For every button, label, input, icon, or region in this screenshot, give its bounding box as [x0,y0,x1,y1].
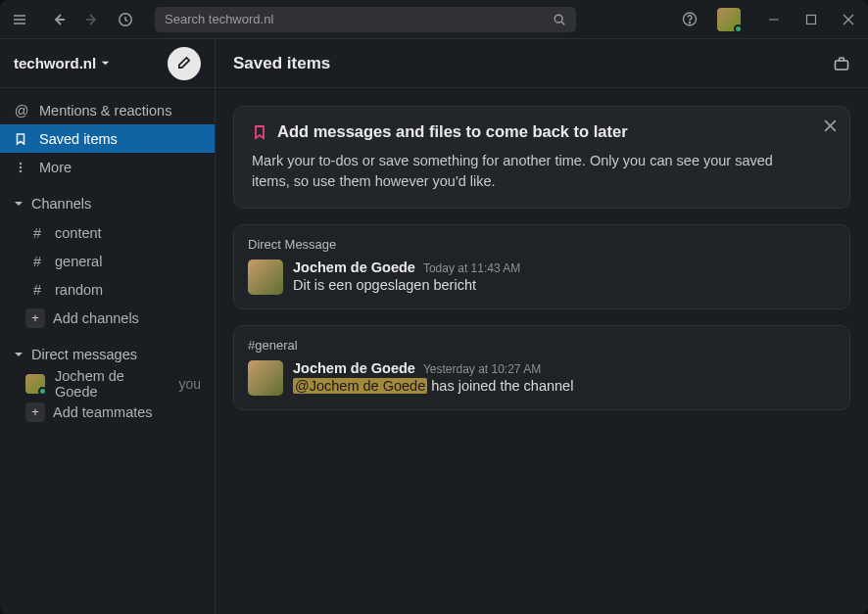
saved-message-card[interactable]: #general Jochem de Goede Yesterday at 10… [233,325,850,410]
search-placeholder: Search techword.nl [165,12,553,26]
main-panel: Saved items Add messages and files to co [216,39,868,614]
channel-item[interactable]: # general [0,247,215,275]
chevron-down-icon [100,58,111,69]
caret-down-icon [14,350,24,359]
caret-down-icon [14,199,24,209]
workspace-name: techword.nl [14,55,111,71]
svg-point-6 [555,15,562,23]
message-author: Jochem de Goede [293,360,415,376]
channel-item[interactable]: # random [0,275,215,304]
section-label: Channels [31,196,91,212]
channel-name: content [55,225,102,241]
window-minimize-button[interactable] [766,12,782,27]
add-channels-button[interactable]: + Add channels [0,304,215,332]
svg-point-15 [20,165,22,167]
compose-button[interactable] [168,47,201,80]
at-icon: @ [14,103,29,118]
hash-icon: # [29,282,45,298]
search-icon [553,13,566,26]
sidebar-section-channels[interactable]: Channels [0,189,215,218]
help-button[interactable] [682,12,698,27]
user-avatar[interactable] [717,8,741,31]
search-input[interactable]: Search techword.nl [155,7,576,32]
info-banner: Add messages and files to come back to l… [233,106,850,209]
plus-icon: + [25,402,45,422]
sidebar-item-label: Mentions & reactions [39,103,171,118]
add-teammates-label: Add teammates [53,404,153,420]
close-icon [823,118,838,133]
header-action-button[interactable] [833,55,850,72]
svg-point-16 [20,169,22,171]
sidebar-item-label: More [39,160,72,175]
presence-indicator [38,387,47,396]
banner-close-button[interactable] [823,118,838,133]
channel-item[interactable]: # content [0,218,215,247]
message-text: Dit is een opgeslagen bericht [293,277,836,293]
channel-name: general [55,254,102,269]
briefcase-icon [833,55,850,72]
svg-rect-17 [836,61,848,70]
page-title: Saved items [233,54,330,73]
bookmark-icon [252,124,267,140]
dm-you-suffix: you [178,376,201,392]
presence-indicator [734,24,743,33]
more-icon [14,161,29,174]
svg-point-14 [20,162,22,164]
svg-point-9 [689,23,690,24]
main-header: Saved items [216,39,868,88]
hamburger-icon[interactable] [12,12,27,27]
mention: @Jochem de Goede [293,378,427,394]
avatar [248,360,283,396]
add-channels-label: Add channels [53,310,139,326]
message-text: @Jochem de Goede has joined the channel [293,378,836,394]
nav-forward-button [84,12,100,27]
titlebar: Search techword.nl [0,0,868,39]
avatar [248,260,283,295]
message-author: Jochem de Goede [293,260,415,275]
dm-name: Jochem de Goede [55,368,165,400]
message-source: #general [248,338,836,353]
banner-title: Add messages and files to come back to l… [277,122,628,141]
sidebar-item-mentions[interactable]: @ Mentions & reactions [0,96,215,124]
message-text-after: has joined the channel [427,378,573,394]
section-label: Direct messages [31,347,137,362]
sidebar-item-more[interactable]: More [0,153,215,181]
avatar [25,374,45,394]
svg-line-7 [561,22,564,24]
message-source: Direct Message [248,237,836,252]
sidebar: techword.nl @ Mentions & reactions Saved… [0,39,216,614]
sidebar-item-saved[interactable]: Saved items [0,124,215,153]
compose-icon [176,55,193,71]
workspace-switcher[interactable]: techword.nl [0,39,215,88]
channel-name: random [55,282,103,298]
plus-icon: + [25,308,45,328]
hash-icon: # [29,225,45,241]
saved-message-card[interactable]: Direct Message Jochem de Goede Today at … [233,224,850,309]
sidebar-item-label: Saved items [39,131,118,147]
banner-body: Mark your to-dos or save something for a… [252,151,800,192]
message-timestamp: Yesterday at 10:27 AM [423,362,541,376]
history-button[interactable] [118,12,133,27]
message-timestamp: Today at 11:43 AM [423,261,520,275]
window-close-button[interactable] [841,12,856,27]
sidebar-section-dm[interactable]: Direct messages [0,340,215,369]
app-window: Search techword.nl techword.nl [0,0,868,614]
window-maximize-button[interactable] [803,12,819,27]
bookmark-icon [14,132,29,146]
svg-rect-11 [807,15,816,24]
dm-item[interactable]: Jochem de Goede you [0,369,215,398]
nav-back-button[interactable] [51,12,67,27]
add-teammates-button[interactable]: + Add teammates [0,398,215,426]
hash-icon: # [29,254,45,269]
